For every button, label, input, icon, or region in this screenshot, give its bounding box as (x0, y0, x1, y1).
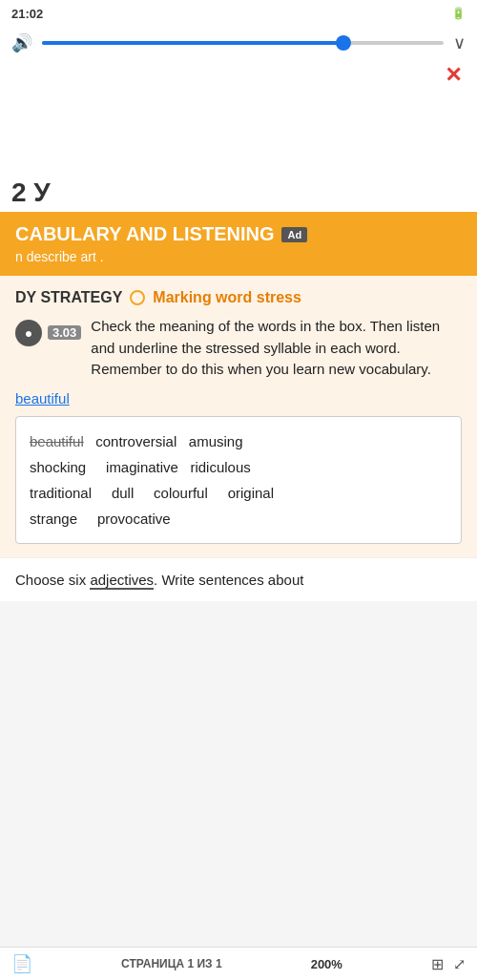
bottom-suffix: . Write sentences about (154, 572, 303, 588)
progress-thumb (336, 35, 351, 51)
instruction-text: Check the meaning of the words in the bo… (91, 316, 462, 381)
word-controversial: controversial (95, 433, 176, 449)
strategy-title: DY STRATEGY Marking word stress (15, 289, 462, 306)
orange-subtitle: n describe art . (15, 249, 462, 264)
bottom-toolbar: 📄 СТРАНИЦА 1 ИЗ 1 200% ⊞ ⤢ (0, 947, 477, 980)
orange-header: CABULARY AND LISTENING Ad n describe art… (0, 212, 477, 276)
page-info: СТРАНИЦА 1 ИЗ 1 (121, 957, 222, 970)
example-word: beautiful (15, 390, 462, 407)
word-box: beautiful controversial amusing shocking… (15, 416, 462, 544)
orange-title-text: CABULARY AND LISTENING (15, 223, 274, 245)
bottom-instruction: Choose six adjectives. Write sentences a… (0, 557, 477, 601)
word-beautiful: beautiful (30, 433, 84, 449)
volume-bar-area: 🔊 ∨ (0, 27, 477, 59)
status-time: 21:02 (11, 7, 43, 21)
study-strategy-section: DY STRATEGY Marking word stress ● 3.03 C… (0, 276, 477, 557)
volume-icon: 🔊 (11, 32, 32, 53)
orange-title: CABULARY AND LISTENING Ad (15, 223, 462, 245)
word-traditional: traditional (30, 485, 92, 501)
white-space (0, 92, 477, 168)
progress-track[interactable] (42, 41, 444, 45)
audio-instruction: ● 3.03 Check the meaning of the words in… (15, 316, 462, 381)
track-number[interactable]: 3.03 (48, 325, 81, 340)
close-area: ✕ (0, 59, 477, 92)
word-colourful: colourful (154, 485, 208, 501)
audio-button[interactable]: ● (15, 320, 42, 346)
page-number-area: 2 У (0, 168, 477, 212)
close-button[interactable]: ✕ (445, 63, 462, 88)
status-icons: 🔋 (451, 7, 466, 20)
word-dull: dull (112, 485, 134, 501)
word-amusing: amusing (189, 433, 243, 449)
word-shocking: shocking (30, 459, 86, 475)
word-original: original (228, 485, 274, 501)
chevron-down-icon[interactable]: ∨ (453, 32, 466, 53)
layout-icon[interactable]: ⊞ (431, 955, 444, 973)
word-imaginative: imaginative (106, 459, 178, 475)
bottom-prefix: Choose six (15, 572, 90, 588)
status-bar: 21:02 🔋 (0, 0, 477, 27)
word-provocative: provocative (97, 511, 171, 527)
zoom-level: 200% (311, 957, 342, 971)
bottom-adjectives: adjectives (90, 572, 154, 590)
expand-icon[interactable]: ⤢ (453, 955, 466, 973)
strategy-title-text: DY STRATEGY (15, 289, 122, 306)
battery-icon: 🔋 (451, 7, 466, 20)
word-ridiculous: ridiculous (190, 459, 250, 475)
page-number: 2 У (11, 177, 51, 207)
doc-icon: 📄 (11, 953, 32, 974)
word-strange: strange (30, 511, 77, 527)
strategy-circle-icon (130, 290, 145, 305)
ad-badge: Ad (281, 227, 307, 242)
marking-label: Marking word stress (153, 289, 301, 306)
toolbar-right-icons: ⊞ ⤢ (431, 955, 466, 973)
progress-fill (42, 41, 343, 45)
